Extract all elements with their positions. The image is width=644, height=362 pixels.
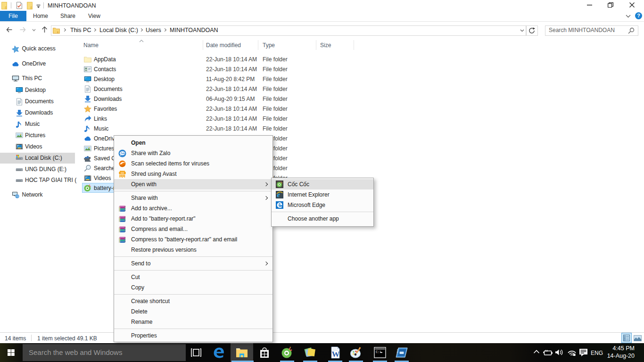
svg-text:Zalo: Zalo [121,152,126,155]
svg-text:W: W [332,350,340,359]
